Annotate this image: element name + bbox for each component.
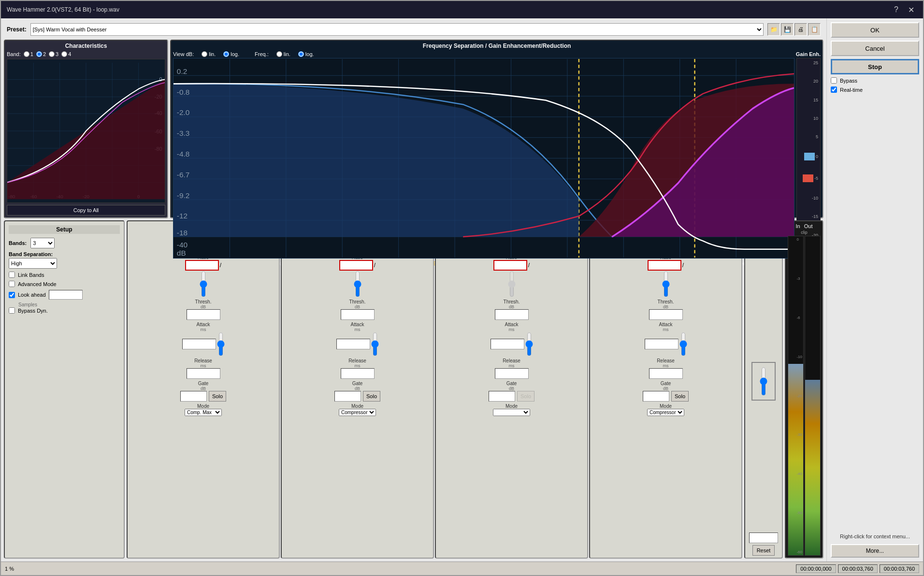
band2-gate-input[interactable]: -100: [334, 391, 361, 402]
band3-thresh-input[interactable]: -6.0: [495, 309, 529, 320]
copy-to-all-btn[interactable]: Copy to All: [7, 205, 165, 216]
band2-attack-input[interactable]: 20.0: [336, 339, 370, 349]
band3-attack-input[interactable]: 20.0: [491, 339, 524, 349]
band3-gate-param: Gate dB -100 Solo: [438, 381, 585, 402]
band1-release-input[interactable]: 100.0: [187, 368, 220, 379]
status-time3: 00:00:03,760: [880, 564, 919, 573]
band3-column: Band 3 Gain dB 0.0 Ratio 2.00 /: [435, 220, 588, 559]
vu-bars: 0 -3 -6 -10 -20 -30 -40 -50 -60: [788, 236, 821, 556]
more-button[interactable]: More...: [831, 544, 919, 558]
preset-copy-btn[interactable]: 📋: [808, 23, 821, 36]
close-button[interactable]: ✕: [905, 4, 917, 15]
band4-attack-input[interactable]: 20.0: [645, 339, 679, 349]
band4-mode-select[interactable]: CompressorComp. MaxExpanderGate: [647, 409, 684, 416]
cancel-button[interactable]: Cancel: [831, 41, 919, 56]
band2-mode-select[interactable]: CompressorComp. MaxExpanderGate: [339, 409, 376, 416]
band2-release-input[interactable]: 100.0: [341, 368, 375, 379]
band2-mode-label: Mode: [351, 403, 363, 409]
band4-thresh-input[interactable]: -20.0: [649, 309, 683, 320]
band4-thresh-param: Thresh. dB -20.0: [592, 299, 739, 320]
band1-ratio-input[interactable]: 2.50: [185, 260, 219, 271]
band-sep-select[interactable]: HighLowMediumVery High: [9, 258, 57, 269]
freq-lin-radio[interactable]: [276, 51, 282, 57]
band3-release-input[interactable]: 100.0: [495, 368, 529, 379]
band3-radio[interactable]: [49, 51, 55, 57]
band2-attack-slider[interactable]: [371, 332, 379, 356]
band3-attack-slider[interactable]: [525, 332, 533, 356]
preset-select[interactable]: [Sys] Warm Vocal with Deesser: [30, 23, 764, 36]
lookahead-input[interactable]: 12000: [49, 290, 83, 300]
svg-text:-4.8: -4.8: [177, 150, 190, 158]
bypass-dyn-label: Bypass Dyn.: [18, 308, 48, 314]
band3-ratio-row: 2.00 /: [493, 260, 530, 271]
stop-button[interactable]: Stop: [831, 59, 919, 74]
band1-gate-input[interactable]: -100: [180, 391, 207, 402]
preset-save-btn[interactable]: 💾: [781, 23, 794, 36]
band1-mode-select[interactable]: Comp. MaxCompressorExpanderGate: [185, 409, 222, 416]
band2-ratio-input[interactable]: 8.00: [339, 260, 373, 271]
band4-gate-param: Gate dB -100 Solo: [592, 381, 739, 402]
band2-thresh-input[interactable]: -30.0: [341, 309, 375, 320]
band1-thresh-input[interactable]: -10.0: [187, 309, 220, 320]
out-value-input[interactable]: 0.0: [749, 533, 778, 543]
band1-attack-param: Attack ms 20.0: [130, 322, 277, 356]
advanced-mode-checkbox[interactable]: [9, 281, 15, 287]
bypass-dyn-checkbox[interactable]: [9, 307, 15, 314]
bands-select[interactable]: 3124: [30, 238, 55, 248]
gain-5: 5: [799, 134, 818, 139]
band3-thresh-unit: dB: [509, 304, 514, 309]
band4-release-input[interactable]: 100.0: [649, 368, 683, 379]
band3-ratio-slider[interactable]: [508, 271, 516, 297]
band4-ratio-input[interactable]: 2.00: [648, 260, 681, 271]
help-button[interactable]: ?: [891, 4, 901, 15]
gain-scale: 25 20 15 10 5 0: [798, 59, 819, 257]
band4-solo-btn[interactable]: Solo: [671, 391, 689, 402]
band3-ratio-input[interactable]: 2.00: [493, 260, 527, 271]
bypass-checkbox[interactable]: [831, 77, 837, 84]
band1-ratio-slider[interactable]: [200, 271, 207, 297]
lin-radio[interactable]: [202, 51, 207, 57]
band1-radio[interactable]: [24, 51, 29, 57]
band1-attack-input[interactable]: 20.0: [182, 339, 216, 349]
vu-column: In Out clip 0 -3 -6 -10: [785, 220, 823, 559]
gain-15: 15: [799, 98, 818, 102]
preset-folder-btn[interactable]: 📁: [767, 23, 780, 36]
bands-label: Bands:: [9, 240, 27, 246]
reset-btn[interactable]: Reset: [752, 545, 775, 556]
ok-button[interactable]: OK: [831, 22, 919, 38]
band2-radio[interactable]: [36, 51, 42, 57]
log-radio[interactable]: [223, 51, 229, 57]
band1-solo-btn[interactable]: Solo: [209, 391, 226, 402]
gain-neg15: -15: [799, 214, 818, 219]
band2-solo-btn[interactable]: Solo: [363, 391, 380, 402]
link-bands-checkbox[interactable]: [9, 272, 15, 278]
band4-attack-param: Attack ms 20.0: [592, 322, 739, 356]
band4-attack-slider[interactable]: [679, 332, 687, 356]
band3-gate-input[interactable]: -100: [489, 391, 515, 402]
band2-ratio-slider[interactable]: [354, 271, 361, 297]
band3-attack-unit: ms: [509, 327, 515, 332]
band4-ratio-slider[interactable]: [662, 271, 670, 297]
band4-radio[interactable]: [61, 51, 67, 57]
band2-release-param: Release ms 100.0: [284, 358, 431, 379]
setup-panel: Setup Bands: 3124 Band Separation: HighL…: [4, 220, 125, 559]
lin-radio-label: lin.: [202, 51, 216, 57]
preset-print-btn[interactable]: 🖨: [794, 23, 807, 36]
band4-gate-input[interactable]: -100: [643, 391, 669, 402]
out-slider-area: [751, 232, 776, 531]
band1-attack-slider[interactable]: [217, 332, 225, 356]
samples-label: Samples: [18, 302, 37, 307]
band3-mode-label: Mode: [505, 403, 518, 409]
bypass-dyn-row: Bypass Dyn.: [9, 307, 120, 314]
band3-solo-btn[interactable]: Solo: [517, 391, 534, 402]
bypass-label: Bypass: [840, 78, 857, 84]
log-label: log.: [231, 51, 239, 57]
svg-text:-12: -12: [177, 212, 188, 220]
band2-slash: /: [374, 262, 375, 269]
lookahead-checkbox[interactable]: [9, 292, 15, 298]
realtime-checkbox[interactable]: [831, 86, 837, 93]
band2-attack-label: Attack: [351, 322, 364, 327]
band3-mode-select[interactable]: Comp. MaxCompressorExpanderGate: [493, 409, 530, 416]
freq-log-radio[interactable]: [298, 51, 304, 57]
out-fader[interactable]: [759, 367, 768, 396]
